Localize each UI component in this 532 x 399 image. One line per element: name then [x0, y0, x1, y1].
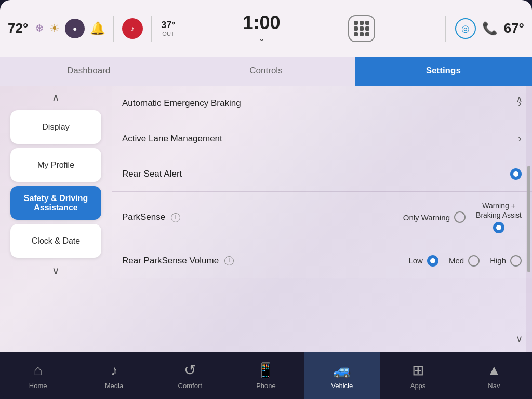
nav-label: Nav: [488, 382, 500, 390]
sidebar-up-arrow[interactable]: ∧: [52, 91, 60, 103]
parksense-label: ParkSense i: [122, 212, 403, 222]
sidebar-item-my-profile[interactable]: My Profile: [10, 148, 101, 182]
parksense-only-warning[interactable]: Only Warning: [403, 211, 466, 223]
outside-temp-value: 37°: [161, 20, 175, 31]
phone-label: Phone: [256, 382, 276, 390]
parksense-warning-braking-radio[interactable]: [493, 222, 504, 233]
outside-label: OUT: [162, 31, 174, 37]
status-right: ◎ 📞 67°: [443, 16, 524, 42]
row-active-lane-management[interactable]: Active Lane Management ›: [112, 121, 532, 156]
nav-vehicle[interactable]: 🚙 Vehicle: [304, 352, 380, 399]
scroll-track[interactable]: [526, 86, 532, 352]
rear-seat-alert-label: Rear Seat Alert: [122, 169, 510, 179]
nav-media[interactable]: ♪ Media: [76, 352, 152, 399]
rear-parksense-volume-label: Rear ParkSense Volume i: [122, 256, 408, 266]
divider3: [445, 16, 446, 42]
media-label: Media: [105, 382, 123, 390]
parksense-only-warning-label: Only Warning: [403, 213, 450, 222]
parksense-only-warning-radio[interactable]: [454, 211, 466, 223]
scroll-down-arrow[interactable]: ∨: [516, 333, 523, 344]
volume-high-label: High: [490, 256, 506, 265]
nav-comfort[interactable]: ↺ Comfort: [152, 352, 228, 399]
apps-icon: ⊞: [412, 362, 424, 379]
nav-home[interactable]: ⌂ Home: [0, 352, 76, 399]
scroll-thumb[interactable]: [527, 166, 530, 272]
vehicle-label: Vehicle: [331, 382, 353, 390]
active-lane-management-label: Active Lane Management: [122, 134, 518, 144]
nav-nav[interactable]: ▲ Nav: [456, 352, 532, 399]
sidebar-item-display[interactable]: Display: [10, 110, 101, 144]
row-rear-parksense-volume: Rear ParkSense Volume i Low Med: [112, 243, 532, 278]
parksense-warning-braking-label: Warning +Braking Assist: [476, 201, 522, 220]
main-screen: 72° ❄ ☀ ● 🔔 ♪ 37° OUT 1:00: [0, 0, 532, 399]
parksense-radio-group: Only Warning Warning +Braking Assist: [403, 201, 522, 233]
auto-emergency-braking-label: Automatic Emergency Braking: [122, 98, 518, 109]
volume-low-radio[interactable]: [427, 255, 438, 267]
temp-left: 72°: [8, 20, 28, 36]
parksense-info-icon[interactable]: i: [171, 213, 180, 222]
rear-parksense-volume-radio-group: Low Med High: [408, 255, 522, 267]
rear-seat-alert-toggle[interactable]: [510, 168, 522, 180]
status-bar: 72° ❄ ☀ ● 🔔 ♪ 37° OUT 1:00: [0, 0, 532, 57]
volume-low-label: Low: [408, 256, 423, 265]
sidebar: ∧ Display My Profile Safety & Driving As…: [0, 86, 112, 352]
radio-icon[interactable]: ♪: [122, 18, 143, 39]
sidebar-item-clock-date[interactable]: Clock & Date: [10, 224, 101, 258]
volume-low[interactable]: Low: [408, 255, 438, 267]
fan-icon: ❄: [35, 22, 44, 35]
tab-dashboard[interactable]: Dashboard: [0, 57, 177, 86]
sidebar-item-safety-driving[interactable]: Safety & Driving Assistance: [10, 186, 101, 220]
heat-icon: ☀: [49, 22, 60, 35]
chevron-right-icon-2: ›: [518, 132, 522, 144]
main-content: ∧ Display My Profile Safety & Driving As…: [0, 86, 532, 352]
volume-med-label: Med: [449, 256, 464, 265]
comfort-label: Comfort: [178, 382, 202, 390]
volume-high[interactable]: High: [490, 255, 522, 267]
volume-high-radio[interactable]: [510, 255, 522, 267]
scroll-up-arrow[interactable]: ∧: [516, 94, 523, 105]
settings-content: Automatic Emergency Braking › Active Lan…: [112, 86, 532, 352]
row-parksense: ParkSense i Only Warning Warning +Brakin…: [112, 192, 532, 243]
status-icons: ❄ ☀ ● 🔔 ♪: [35, 16, 154, 42]
volume-med[interactable]: Med: [449, 255, 480, 267]
bell-icon[interactable]: 🔔: [90, 21, 105, 36]
nav-phone[interactable]: 📱 Phone: [228, 352, 304, 399]
settings-list: Automatic Emergency Braking › Active Lan…: [112, 86, 532, 278]
profile-icon[interactable]: ●: [65, 19, 85, 38]
tab-settings[interactable]: Settings: [355, 57, 532, 86]
home-label: Home: [29, 382, 47, 390]
media-icon: ♪: [110, 362, 117, 379]
divider: [113, 16, 114, 42]
parksense-warning-braking[interactable]: Warning +Braking Assist: [476, 201, 522, 233]
sidebar-down-arrow[interactable]: ∨: [52, 264, 60, 277]
grid-icon: [354, 21, 369, 36]
divider2: [151, 16, 152, 42]
outside-temp: 37° OUT: [161, 20, 175, 37]
apps-label: Apps: [410, 382, 426, 390]
eye-icon[interactable]: ◎: [455, 18, 476, 39]
volume-med-radio[interactable]: [468, 255, 480, 267]
nav-icon: ▲: [487, 362, 501, 379]
nav-apps[interactable]: ⊞ Apps: [380, 352, 456, 399]
time-section: 1:00 ⌄: [243, 14, 281, 43]
phone-status-icon: 📞: [482, 21, 498, 36]
tab-controls[interactable]: Controls: [177, 57, 354, 86]
vehicle-icon: 🚙: [333, 362, 351, 379]
grid-button[interactable]: [348, 15, 375, 42]
bottom-nav: ⌂ Home ♪ Media ↺ Comfort 📱 Phone 🚙 Vehic…: [0, 352, 532, 399]
row-rear-seat-alert[interactable]: Rear Seat Alert: [112, 156, 532, 192]
rear-parksense-volume-info-icon[interactable]: i: [224, 256, 234, 265]
row-auto-emergency-braking[interactable]: Automatic Emergency Braking ›: [112, 86, 532, 121]
phone-icon: 📱: [257, 362, 275, 379]
time-chevron[interactable]: ⌄: [258, 33, 265, 43]
home-icon: ⌂: [34, 362, 43, 379]
nav-tabs: Dashboard Controls Settings: [0, 57, 532, 86]
comfort-icon: ↺: [184, 362, 196, 379]
temp-right: 67°: [504, 20, 524, 36]
time-display: 1:00: [243, 14, 281, 32]
